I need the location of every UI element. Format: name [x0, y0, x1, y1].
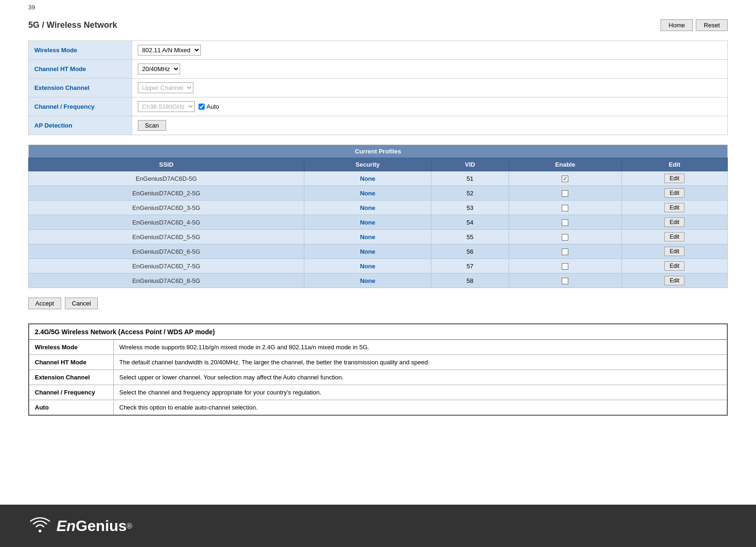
enable-cell — [509, 230, 621, 244]
channel-ht-mode-label: Channel HT Mode — [29, 60, 132, 79]
table-row: EnGeniusD7AC6D_5-5G None 55 Edit — [29, 230, 728, 244]
vid-cell: 56 — [431, 244, 509, 259]
col-security: Security — [304, 158, 431, 171]
ssid-cell: EnGeniusD7AC6D_7-5G — [29, 259, 304, 274]
wifi-icon — [28, 515, 52, 537]
footer: EnGenius® — [0, 505, 756, 547]
enable-checkbox[interactable] — [562, 190, 568, 197]
logo-reg: ® — [127, 522, 132, 530]
auto-checkbox[interactable] — [199, 104, 205, 110]
col-enable: Enable — [509, 158, 621, 171]
auto-label: Auto — [199, 103, 219, 110]
reset-button[interactable]: Reset — [696, 19, 728, 31]
security-cell: None — [304, 259, 431, 274]
edit-cell: Edit — [621, 244, 727, 259]
info-header-row: 2.4G/5G Wireless Network (Access Point /… — [29, 324, 727, 340]
edit-button[interactable]: Edit — [664, 261, 684, 271]
extension-channel-select[interactable]: Upper Channel Lower Channel — [138, 82, 193, 93]
settings-table: Wireless Mode 802.11 A/N Mixed 802.11 A … — [28, 40, 728, 135]
page-wrapper: 39 5G / Wireless Network Home Reset Wire… — [0, 0, 756, 547]
ssid-cell: EnGeniusD7AC6D_6-5G — [29, 244, 304, 259]
extension-channel-label: Extension Channel — [29, 79, 132, 97]
enable-checkbox[interactable] — [562, 249, 568, 255]
table-row: EnGeniusD7AC6D_7-5G None 57 Edit — [29, 259, 728, 274]
info-value-cell: Select upper or lower channel. Your sele… — [113, 370, 727, 385]
ap-detection-label: AP Detection — [29, 116, 132, 135]
wireless-mode-select[interactable]: 802.11 A/N Mixed 802.11 A Only 802.11 N … — [138, 45, 201, 56]
channel-frequency-select[interactable]: Ch36-5180GHz — [138, 101, 195, 112]
info-row: Channel HT Mode The default channel band… — [29, 355, 727, 370]
info-value-cell: The default channel bandwidth is 20/40MH… — [113, 355, 727, 370]
edit-button[interactable]: Edit — [664, 217, 684, 227]
header-row: 5G / Wireless Network Home Reset — [28, 19, 728, 31]
info-value-cell: Check this option to enable auto-channel… — [113, 400, 727, 416]
channel-frequency-row: Channel / Frequency Ch36-5180GHz Auto — [29, 97, 728, 116]
ssid-cell: EnGeniusD7AC6D_4-5G — [29, 215, 304, 230]
edit-cell: Edit — [621, 230, 727, 244]
enable-checkbox[interactable] — [562, 263, 568, 270]
engenius-logo: EnGenius® — [28, 515, 132, 537]
ap-detection-row: AP Detection Scan — [29, 116, 728, 135]
enable-cell — [509, 274, 621, 288]
edit-button[interactable]: Edit — [664, 188, 684, 198]
enable-checkbox[interactable] — [562, 205, 568, 211]
scan-button[interactable]: Scan — [138, 120, 166, 131]
home-button[interactable]: Home — [661, 19, 693, 31]
vid-cell: 55 — [431, 230, 509, 244]
info-row: Wireless Mode Wireless mode supports 802… — [29, 340, 727, 355]
logo-text-container: EnGenius® — [56, 517, 132, 535]
info-label-cell: Channel / Frequency — [29, 385, 113, 400]
channel-ht-mode-row: Channel HT Mode 20/40MHz 20MHz 40MHz — [29, 60, 728, 79]
profiles-header: Current Profiles — [29, 145, 728, 158]
wireless-mode-value: 802.11 A/N Mixed 802.11 A Only 802.11 N … — [132, 41, 728, 60]
ssid-cell: EnGeniusD7AC6D_3-5G — [29, 201, 304, 215]
info-row: Channel / Frequency Select the channel a… — [29, 385, 727, 400]
vid-cell: 53 — [431, 201, 509, 215]
security-cell: None — [304, 201, 431, 215]
edit-button[interactable]: Edit — [664, 232, 684, 241]
col-vid: VID — [431, 158, 509, 171]
page-number: 39 — [0, 0, 756, 15]
enable-cell — [509, 171, 621, 186]
edit-button[interactable]: Edit — [664, 174, 684, 183]
ssid-cell: EnGeniusD7AC6D_8-5G — [29, 274, 304, 288]
accept-button[interactable]: Accept — [28, 298, 61, 309]
page-title: 5G / Wireless Network — [28, 20, 117, 30]
table-row: EnGeniusD7AC6D_8-5G None 58 Edit — [29, 274, 728, 288]
edit-button[interactable]: Edit — [664, 247, 684, 256]
ssid-cell: EnGeniusD7AC6D-5G — [29, 171, 304, 186]
enable-cell — [509, 201, 621, 215]
info-row: Extension Channel Select upper or lower … — [29, 370, 727, 385]
enable-checkbox[interactable] — [562, 234, 568, 241]
edit-button[interactable]: Edit — [664, 276, 684, 285]
edit-cell: Edit — [621, 215, 727, 230]
table-row: EnGeniusD7AC6D_4-5G None 54 Edit — [29, 215, 728, 230]
wireless-mode-label: Wireless Mode — [29, 41, 132, 60]
table-row: EnGeniusD7AC6D_2-5G None 52 Edit — [29, 186, 728, 201]
enable-cell — [509, 244, 621, 259]
edit-cell: Edit — [621, 259, 727, 274]
security-cell: None — [304, 186, 431, 201]
ssid-cell: EnGeniusD7AC6D_2-5G — [29, 186, 304, 201]
enable-checkbox[interactable] — [562, 176, 568, 182]
security-cell: None — [304, 230, 431, 244]
edit-button[interactable]: Edit — [664, 203, 684, 212]
cancel-button[interactable]: Cancel — [65, 298, 98, 309]
info-header: 2.4G/5G Wireless Network (Access Point /… — [29, 324, 727, 340]
col-edit: Edit — [621, 158, 727, 171]
main-content: 5G / Wireless Network Home Reset Wireles… — [0, 15, 756, 434]
profiles-table: Current Profiles SSID Security VID Enabl… — [28, 145, 728, 288]
auto-text: Auto — [207, 103, 219, 110]
info-value-cell: Select the channel and frequency appropr… — [113, 385, 727, 400]
logo-text2: Genius — [76, 517, 127, 534]
info-label-cell: Wireless Mode — [29, 340, 113, 355]
enable-checkbox[interactable] — [562, 219, 568, 226]
edit-cell: Edit — [621, 171, 727, 186]
col-ssid: SSID — [29, 158, 304, 171]
vid-cell: 57 — [431, 259, 509, 274]
enable-checkbox[interactable] — [562, 278, 568, 284]
vid-cell: 58 — [431, 274, 509, 288]
logo-text: En — [56, 517, 76, 534]
channel-ht-mode-select[interactable]: 20/40MHz 20MHz 40MHz — [138, 64, 180, 74]
info-table: 2.4G/5G Wireless Network (Access Point /… — [28, 323, 728, 416]
